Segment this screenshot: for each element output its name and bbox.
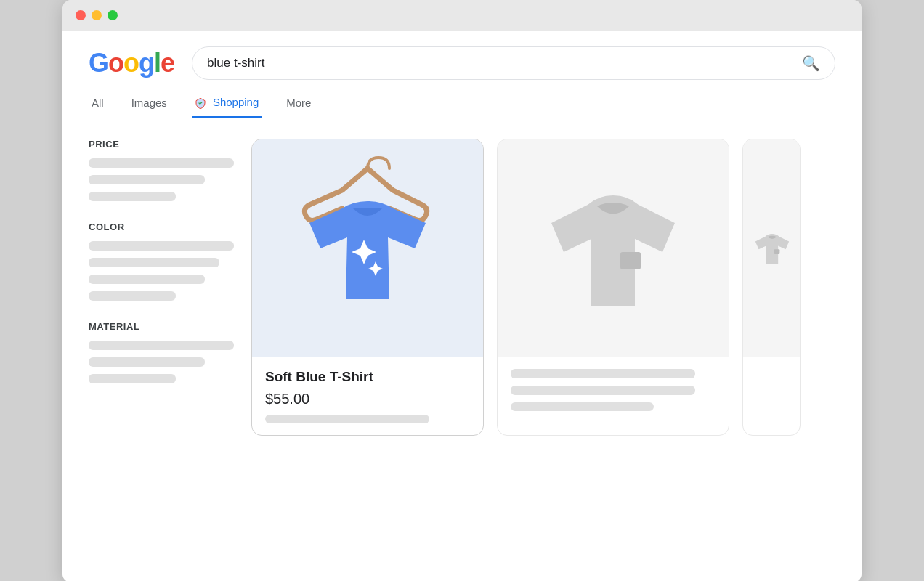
title-bar: [62, 0, 862, 31]
page-content: Google 🔍 All Images Shopping: [62, 31, 862, 581]
price-skeleton-3: [89, 192, 176, 201]
product-price-skeleton-2: [511, 386, 695, 395]
partial-tshirt-illustration: [750, 168, 794, 328]
blue-tshirt-illustration: [288, 154, 447, 343]
product-card-2[interactable]: [497, 139, 729, 436]
search-icon[interactable]: 🔍: [802, 54, 820, 72]
logo-l: l: [154, 48, 161, 78]
filter-price-label: PRICE: [89, 139, 234, 150]
product-info-1: Soft Blue T-Shirt $55.00: [252, 357, 483, 435]
filter-price-section: PRICE: [89, 139, 234, 201]
material-skeleton-1: [89, 341, 234, 350]
tab-shopping[interactable]: Shopping: [192, 89, 262, 118]
close-button[interactable]: [76, 10, 86, 20]
products-area: Soft Blue T-Shirt $55.00: [251, 139, 835, 436]
product-card-3[interactable]: [742, 139, 801, 436]
browser-window: Google 🔍 All Images Shopping: [62, 0, 862, 581]
search-area: Google 🔍: [62, 31, 862, 80]
tab-all[interactable]: All: [89, 89, 107, 118]
product-detail-skeleton-1: [265, 415, 429, 423]
product-name-1: Soft Blue T-Shirt: [265, 369, 470, 385]
minimize-button[interactable]: [92, 10, 102, 20]
svg-rect-0: [620, 252, 641, 269]
sidebar: PRICE COLOR MATERIAL: [89, 139, 234, 436]
product-detail-skeleton-2: [511, 402, 654, 411]
filter-color-section: COLOR: [89, 222, 234, 301]
svg-rect-1: [774, 249, 780, 254]
product-price-1: $55.00: [265, 391, 470, 407]
color-skeleton-4: [89, 291, 176, 301]
search-input[interactable]: [207, 56, 802, 70]
logo-o2: o: [123, 48, 139, 78]
nav-tabs: All Images Shopping More: [62, 80, 862, 118]
logo-e: e: [161, 48, 174, 78]
google-logo: Google: [89, 48, 174, 78]
material-skeleton-3: [89, 374, 176, 383]
tab-images[interactable]: Images: [129, 89, 170, 118]
color-skeleton-2: [89, 258, 219, 267]
product-image-1: [252, 139, 483, 357]
product-card-1[interactable]: Soft Blue T-Shirt $55.00: [251, 139, 484, 436]
logo-g: G: [89, 48, 108, 78]
material-skeleton-2: [89, 357, 205, 367]
price-skeleton-1: [89, 158, 234, 168]
color-skeleton-1: [89, 241, 234, 251]
price-skeleton-2: [89, 175, 205, 184]
product-name-skeleton-2: [511, 369, 695, 378]
gray-tshirt-illustration: [533, 165, 693, 332]
tab-more[interactable]: More: [283, 89, 314, 118]
shopping-bag-icon: [195, 96, 208, 109]
tab-shopping-label: Shopping: [213, 96, 259, 108]
main-layout: PRICE COLOR MATERIAL: [62, 118, 862, 456]
filter-color-label: COLOR: [89, 222, 234, 232]
product-image-3: [743, 139, 800, 357]
product-image-2: [498, 139, 729, 357]
color-skeleton-3: [89, 275, 205, 284]
filter-material-label: MATERIAL: [89, 321, 234, 332]
logo-g2: g: [139, 48, 154, 78]
logo-o1: o: [108, 48, 123, 78]
search-bar: 🔍: [192, 46, 835, 80]
maximize-button[interactable]: [108, 10, 118, 20]
filter-material-section: MATERIAL: [89, 321, 234, 383]
product-info-2: [498, 357, 729, 430]
